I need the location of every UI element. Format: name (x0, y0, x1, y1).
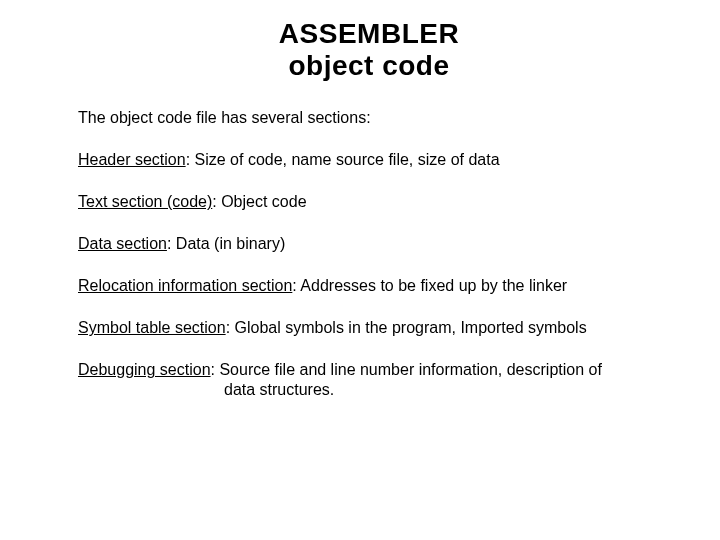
section-debugging-desc-cont: data structures. (78, 380, 660, 400)
section-debugging-desc: : Source file and line number informatio… (211, 361, 602, 378)
slide-title: ASSEMBLER object code (78, 18, 660, 82)
section-symbol-table-label: Symbol table section (78, 319, 226, 336)
section-debugging: Debugging section: Source file and line … (78, 360, 660, 400)
section-symbol-table-desc: : Global symbols in the program, Importe… (226, 319, 587, 336)
section-relocation-label: Relocation information section (78, 277, 292, 294)
section-text: Text section (code): Object code (78, 192, 660, 212)
title-line-1: ASSEMBLER (279, 18, 459, 49)
title-line-2: object code (288, 50, 449, 81)
section-debugging-label: Debugging section (78, 361, 211, 378)
section-data-desc: : Data (in binary) (167, 235, 285, 252)
section-relocation-desc: : Addresses to be fixed up by the linker (292, 277, 567, 294)
section-data: Data section: Data (in binary) (78, 234, 660, 254)
section-text-desc: : Object code (212, 193, 306, 210)
section-header-label: Header section (78, 151, 186, 168)
slide-body: The object code file has several section… (78, 108, 660, 400)
section-header-desc: : Size of code, name source file, size o… (186, 151, 500, 168)
intro-text: The object code file has several section… (78, 108, 660, 128)
section-data-label: Data section (78, 235, 167, 252)
section-symbol-table: Symbol table section: Global symbols in … (78, 318, 660, 338)
slide: ASSEMBLER object code The object code fi… (0, 0, 720, 540)
section-relocation: Relocation information section: Addresse… (78, 276, 660, 296)
section-text-label: Text section (code) (78, 193, 212, 210)
section-header: Header section: Size of code, name sourc… (78, 150, 660, 170)
